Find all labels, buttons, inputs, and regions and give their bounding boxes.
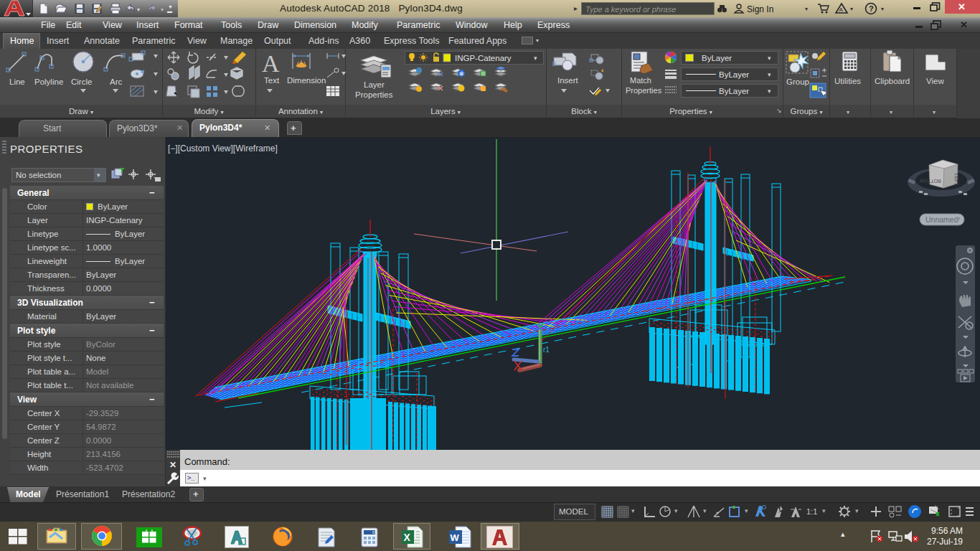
svg-text:X: X bbox=[404, 532, 411, 543]
svg-text:r1: r1 bbox=[543, 346, 550, 354]
svg-text:❄: ❄ bbox=[459, 70, 465, 77]
svg-text:Dimension: Dimension bbox=[287, 76, 326, 85]
svg-text:Circle: Circle bbox=[71, 77, 92, 86]
svg-text:A: A bbox=[262, 50, 280, 77]
svg-text:W: W bbox=[451, 532, 460, 543]
svg-text:Line: Line bbox=[9, 77, 25, 86]
svg-text:Match: Match bbox=[630, 76, 651, 85]
svg-text:A: A bbox=[839, 6, 844, 13]
svg-text:Unnamed: Unnamed bbox=[925, 215, 958, 224]
svg-text:Arc: Arc bbox=[110, 77, 123, 86]
svg-text:Group: Group bbox=[786, 77, 809, 86]
svg-text:BOTTOM: BOTTOM bbox=[920, 178, 941, 184]
svg-text:?: ? bbox=[869, 4, 874, 13]
svg-text:Layer: Layer bbox=[364, 80, 385, 89]
svg-text:Text: Text bbox=[264, 76, 280, 85]
svg-text:Properties: Properties bbox=[355, 90, 393, 99]
svg-text:Properties: Properties bbox=[626, 86, 661, 95]
svg-text:[−][Custom View][Wireframe]: [−][Custom View][Wireframe] bbox=[168, 143, 278, 154]
svg-text:Insert: Insert bbox=[557, 76, 579, 85]
svg-text:Polyline: Polyline bbox=[34, 77, 63, 86]
